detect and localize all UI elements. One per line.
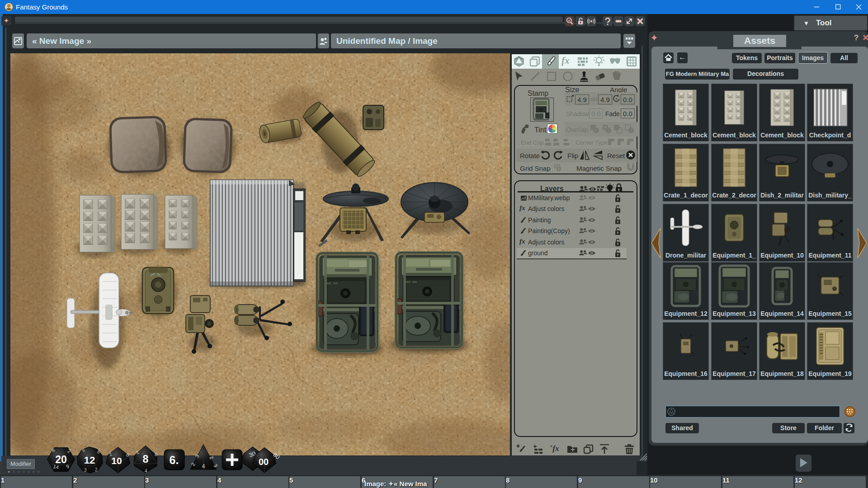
svg-text:4: 4: [202, 463, 205, 469]
svg-text:3: 3: [84, 468, 87, 473]
svg-text:2: 2: [95, 467, 98, 472]
svg-text:20: 20: [55, 454, 67, 465]
svg-text:6.: 6.: [170, 454, 179, 466]
svg-text:10: 10: [111, 455, 122, 466]
svg-text:12: 12: [84, 455, 95, 466]
svg-text:00: 00: [259, 457, 269, 467]
svg-text:4: 4: [145, 469, 147, 474]
svg-text:14: 14: [53, 464, 59, 470]
svg-text:8: 8: [143, 453, 149, 465]
